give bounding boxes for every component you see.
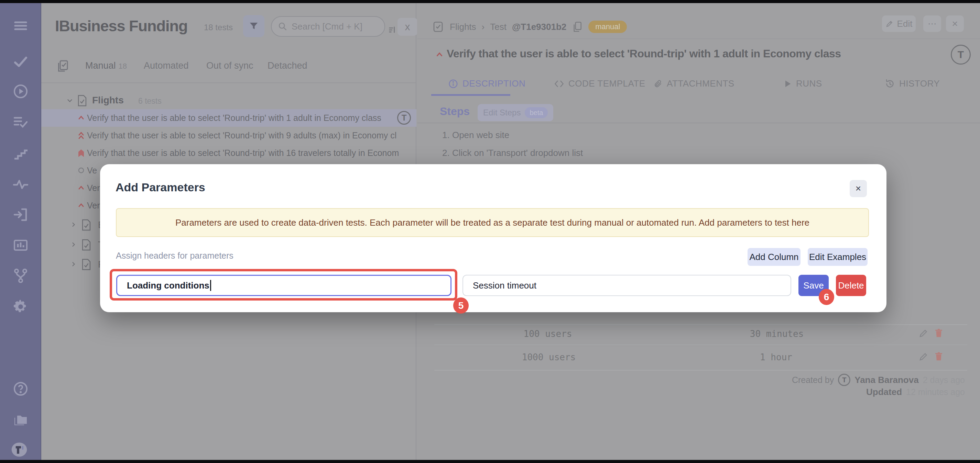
tab-description[interactable]: DESCRIPTION <box>448 78 525 89</box>
folders-icon[interactable] <box>13 411 29 428</box>
info-icon <box>448 79 458 89</box>
test-row[interactable]: Verify that the user is able to select '… <box>41 127 417 144</box>
activity-icon[interactable] <box>13 176 29 192</box>
hamburger-menu-icon[interactable] <box>13 17 29 34</box>
add-column-button[interactable]: Add Column <box>748 248 800 266</box>
delete-button[interactable]: Delete <box>836 275 866 296</box>
row-delete-icon[interactable] <box>934 351 944 362</box>
help-icon[interactable] <box>13 381 29 397</box>
divider <box>41 82 416 83</box>
check-square-icon <box>432 21 444 33</box>
checklist-icon[interactable] <box>13 114 29 130</box>
search-icon <box>278 22 288 31</box>
tab-automated[interactable]: Automated <box>144 60 189 71</box>
list-tabs: Manual18 Automated Out of sync Detached <box>41 58 416 76</box>
annotation-badge-6: 6 <box>819 289 834 305</box>
chevron-right-icon <box>70 241 77 248</box>
breadcrumb-root[interactable]: Flights <box>450 22 476 32</box>
bulk-edit-icon[interactable] <box>57 59 70 73</box>
funnel-icon <box>248 21 259 31</box>
step-item: 1. Open web site <box>442 130 509 141</box>
paperclip-icon <box>654 79 663 89</box>
tab-manual[interactable]: Manual18 <box>85 60 127 71</box>
row-delete-icon[interactable] <box>934 328 944 338</box>
filter-button[interactable] <box>243 15 264 37</box>
priority-normal-icon <box>77 166 85 174</box>
table-cell: 30 minutes <box>750 329 804 339</box>
created-ago: 2 days ago <box>923 375 965 385</box>
tab-out-of-sync[interactable]: Out of sync <box>206 60 253 71</box>
text-caret <box>210 280 211 291</box>
avatar: T <box>838 374 850 386</box>
test-title: Ver <box>87 179 100 197</box>
author-name[interactable]: Yana Baranova <box>854 375 918 385</box>
branch-icon[interactable] <box>13 268 29 284</box>
tests-count: 18 tests <box>204 23 233 32</box>
modal-title: Add Parameters <box>116 181 205 194</box>
beta-badge: beta <box>525 107 548 118</box>
close-panel-button[interactable]: × <box>946 16 964 32</box>
created-meta: Created by T Yana Baranova 2 days ago <box>792 374 965 386</box>
folder-row-flights[interactable]: Flights 6 tests <box>41 92 416 109</box>
copy-icon[interactable] <box>572 21 583 33</box>
chevron-right-icon <box>70 261 77 268</box>
code-icon <box>554 79 564 88</box>
test-title: Ve <box>87 162 97 179</box>
table-line <box>434 324 967 325</box>
parameter-name-input-2[interactable]: Session timeout <box>463 275 791 296</box>
test-row[interactable]: Verify that the user is able to select '… <box>41 109 417 127</box>
table-line <box>434 370 967 371</box>
tab-code-template[interactable]: CODE TEMPLATE <box>554 78 646 89</box>
updated-label: Updated <box>866 387 902 397</box>
pencil-icon <box>885 20 894 28</box>
modal-close-button[interactable]: × <box>850 180 867 197</box>
file-check-icon <box>81 239 91 251</box>
file-check-icon <box>81 219 91 231</box>
breadcrumb-test-label: Test <box>490 22 506 32</box>
search-placeholder: Search [Cmd + K] <box>291 21 363 32</box>
priority-high-icon <box>77 184 85 192</box>
priority-high-icon <box>77 114 85 122</box>
priority-critical-icon <box>77 149 85 158</box>
test-title: Ver <box>87 197 100 214</box>
table-cell: 100 users <box>524 329 572 339</box>
row-edit-icon[interactable] <box>918 328 929 338</box>
clear-search-button[interactable]: x <box>398 18 417 36</box>
app-logo[interactable] <box>11 441 30 459</box>
chevron-down-icon <box>66 97 73 105</box>
info-text: Parameters are used to create data-drive… <box>175 217 810 228</box>
divider <box>417 123 980 123</box>
annotation-badge-5: 5 <box>453 297 469 314</box>
folder-count: 6 tests <box>138 97 162 106</box>
edit-steps-button[interactable]: Edit Steps beta <box>477 104 553 121</box>
tests-check-icon[interactable] <box>13 54 29 70</box>
bar-chart-icon[interactable] <box>13 237 29 254</box>
stairs-icon[interactable] <box>13 145 29 162</box>
sidebar <box>0 0 41 463</box>
priority-highest-icon <box>77 131 85 140</box>
tab-runs[interactable]: RUNS <box>784 78 822 89</box>
priority-high-icon <box>435 50 444 59</box>
search-input[interactable]: Search [Cmd + K] <box>271 16 385 37</box>
play-circle-icon[interactable] <box>13 83 29 100</box>
tab-detached[interactable]: Detached <box>267 60 307 71</box>
file-check-icon <box>77 94 88 107</box>
tab-history[interactable]: HISTORY <box>885 78 940 89</box>
more-button[interactable]: ⋯ <box>923 16 941 32</box>
row-edit-icon[interactable] <box>918 351 929 362</box>
step-item: 2. Click on 'Transport' dropdown list <box>442 148 583 159</box>
parameter-name-input[interactable]: Loading conditions <box>116 275 452 296</box>
tab-attachments[interactable]: ATTACHMENTS <box>654 78 735 89</box>
import-icon[interactable] <box>13 206 29 223</box>
history-icon <box>885 79 895 89</box>
assign-headers-label: Assign headers for parameters <box>116 251 234 261</box>
edit-button[interactable]: Edit <box>882 16 916 32</box>
test-row[interactable]: Verify that the user is able to select '… <box>41 144 417 162</box>
edit-examples-button[interactable]: Edit Examples <box>808 248 867 266</box>
close-icon: x <box>405 21 410 33</box>
sort-filter-icon[interactable] <box>388 25 398 34</box>
test-title: Verify that the user is able to select '… <box>87 127 396 144</box>
manual-badge: manual <box>589 21 627 33</box>
gear-icon[interactable] <box>13 298 29 315</box>
table-cell: 1 hour <box>760 352 792 362</box>
